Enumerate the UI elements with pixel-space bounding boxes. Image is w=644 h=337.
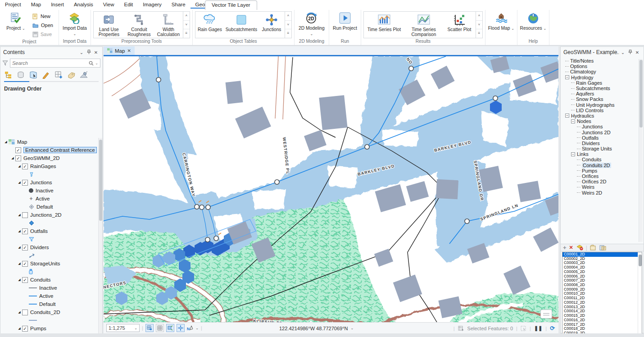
project-button[interactable]: Project ⌄ <box>2 10 29 32</box>
select-tool-icon[interactable] <box>521 326 526 331</box>
layer-row-default[interactable]: Default <box>0 203 98 211</box>
subcatchments-button[interactable]: Subcatchments <box>224 12 259 38</box>
layer-row-conduits[interactable]: ◢✓Conduits <box>0 276 98 284</box>
list-by-snapping-icon[interactable] <box>54 71 63 79</box>
layer-row-raingages[interactable]: ◢✓RainGages <box>0 162 98 170</box>
layer-row-symbol[interactable] <box>0 170 98 178</box>
crosshair-snap-icon[interactable] <box>177 324 185 332</box>
layer-checkbox[interactable]: ✓ <box>22 245 28 250</box>
conduits-2d-list[interactable]: C00001_2DC00002_2DC00003_2DC00004_2DC000… <box>562 252 642 337</box>
project-tree-item-pumps[interactable]: Pumps <box>562 168 639 173</box>
layer-checkbox[interactable]: ✓ <box>15 155 21 161</box>
menu-tab-map[interactable]: Map <box>26 0 46 9</box>
junctions-button[interactable]: Junctions <box>259 12 285 38</box>
layer-checkbox[interactable]: ✓ <box>22 164 28 169</box>
pin-icon[interactable] <box>85 50 92 55</box>
layer-checkbox[interactable]: ✓ <box>22 180 28 186</box>
remove-layer-icon[interactable] <box>576 245 583 250</box>
menu-tab-analysis[interactable]: Analysis <box>69 0 98 9</box>
add-object-icon[interactable]: + <box>563 244 567 251</box>
list-scrollbar[interactable] <box>638 252 642 337</box>
layer-checkbox[interactable]: ✓ <box>15 147 21 153</box>
layer-row-storageunits[interactable]: ◢✓StorageUnits <box>0 260 98 268</box>
project-tree-item-outfalls[interactable]: Outfalls <box>562 135 639 141</box>
project-tree-item-hydrology[interactable]: −Hydrology <box>562 75 639 80</box>
layer-row-symbol[interactable] <box>0 251 98 260</box>
2d-modeling-button[interactable]: 2D 2D Modeling ⌄ <box>297 10 327 37</box>
menu-tab-edit[interactable]: Edit <box>119 0 138 9</box>
project-tree-item-junctions[interactable]: Junctions <box>562 124 639 129</box>
map-snap-icon[interactable] <box>166 324 174 332</box>
grid-toggle-icon[interactable] <box>156 324 164 332</box>
project-tree-item-storage-units[interactable]: Storage Units <box>562 146 639 151</box>
results-gallery-arrows[interactable]: ˄˅≡ <box>476 12 482 38</box>
map-canvas[interactable]: CARRINGTON WAY WESTRIDGE PL BARKLEY BLVD… <box>104 56 558 322</box>
search-input[interactable] <box>12 60 89 66</box>
preprocessing-gallery-arrows[interactable]: ˄˅≡ <box>183 12 190 38</box>
filter-icon[interactable] <box>2 60 8 66</box>
project-tree-item-climatology[interactable]: Climatology <box>562 69 639 74</box>
layer-checkbox[interactable] <box>22 310 28 315</box>
layer-checkbox[interactable]: ✓ <box>22 228 28 234</box>
layer-row-active[interactable]: +Active <box>0 195 98 203</box>
menu-tab-project[interactable]: Project <box>0 0 26 9</box>
project-tree-item-orifices-2d[interactable]: Orifices 2D <box>562 179 639 184</box>
menu-tab-insert[interactable]: Insert <box>46 0 69 9</box>
layer-row-symbol[interactable] <box>0 316 98 324</box>
list-by-labeling-icon[interactable] <box>67 71 76 79</box>
project-tree-item-options[interactable]: Options <box>562 64 639 69</box>
time-series-comparison-button[interactable]: Time Series Comparison <box>404 12 443 38</box>
pin-icon[interactable] <box>626 50 634 55</box>
contextual-tab-vector-tile-layer[interactable]: Vector Tile Layer <box>205 0 257 10</box>
snapping-toggle-icon[interactable] <box>145 324 154 332</box>
new-button[interactable]: New <box>29 12 56 21</box>
layer-row-outfalls[interactable]: ◢✓Outfalls <box>0 227 98 235</box>
resources-button[interactable]: Resources ⌄ <box>520 10 547 32</box>
list-by-editing-icon[interactable] <box>42 71 50 79</box>
project-tree-item-links[interactable]: −Links <box>562 151 639 157</box>
list-by-drawing-order-icon[interactable] <box>4 71 13 79</box>
flood-map-button[interactable]: Flood Map ⌄ <box>488 10 515 32</box>
width-calculation-button[interactable]: Width Calculation <box>154 12 183 38</box>
project-tree-item-rain-gages[interactable]: Rain Gages <box>562 80 639 86</box>
layer-row-pumps[interactable]: ◢✓Pumps <box>0 324 98 332</box>
pane-menu-chevron-icon[interactable]: ⌄ <box>78 50 85 55</box>
layer-row-symbol[interactable] <box>0 219 98 227</box>
land-use-properties-button[interactable]: Land Use Properties <box>94 12 124 38</box>
project-tree-item-hydraulics[interactable]: −Hydraulics <box>562 113 639 118</box>
layer-row-active[interactable]: Active <box>0 292 98 300</box>
search-icon[interactable] <box>89 61 94 66</box>
scale-combobox[interactable]: 1:1,275 ⌄ <box>106 324 140 332</box>
close-pane-icon[interactable]: ✕ <box>634 50 641 55</box>
save-button[interactable]: Save <box>29 30 56 39</box>
object-tables-gallery-arrows[interactable]: ˄˅≡ <box>285 12 291 38</box>
layer-row-junctions-2d[interactable]: ◢Junctions_2D <box>0 211 98 219</box>
layer-row-symbol[interactable] <box>0 235 98 243</box>
layer-checkbox[interactable]: ✓ <box>22 261 28 267</box>
project-tree-item-junctions-2d[interactable]: Junctions 2D <box>562 129 639 135</box>
delete-object-icon[interactable]: ✕ <box>569 245 573 250</box>
coordinate-readout[interactable]: 122.4214986°W 48.7727069°N ⌄ <box>279 323 354 334</box>
contents-scrollbar[interactable] <box>98 138 102 337</box>
list-by-data-source-icon[interactable] <box>17 71 25 79</box>
rain-gages-button[interactable]: Rain Gages <box>195 12 224 38</box>
search-options-chevron[interactable]: ⌄ <box>95 61 98 65</box>
layer-row-inactive[interactable]: Inactive <box>0 284 98 292</box>
import-data-button[interactable]: Import Data ⌄ <box>61 10 88 37</box>
layer-checkbox[interactable]: ✓ <box>22 326 28 332</box>
layer-row-conduits-2d[interactable]: ◢Conduits_2D <box>0 308 98 316</box>
list-by-selection-icon[interactable] <box>29 71 38 79</box>
layer-row-inactive[interactable]: Inactive <box>0 187 98 195</box>
north-pointer-icon[interactable]: N <box>187 325 194 331</box>
time-series-plot-button[interactable]: Time Series Plot <box>364 12 404 38</box>
object-properties-icon[interactable] <box>599 245 606 250</box>
project-tree-item-conduits[interactable]: Conduits <box>562 157 639 162</box>
snapping-chevron[interactable]: ⌄ <box>195 326 199 330</box>
project-tree-item-weirs-2d[interactable]: Weirs 2D <box>562 190 639 196</box>
list-by-perspective-icon[interactable] <box>80 71 88 79</box>
menu-tab-imagery[interactable]: Imagery <box>138 0 167 9</box>
pane-menu-chevron-icon[interactable]: ⌄ <box>619 50 626 55</box>
project-tree-item-lid-controls[interactable]: LID Controls <box>562 108 639 113</box>
layer-row-junctions[interactable]: ◢✓Junctions <box>0 178 98 187</box>
menu-tab-share[interactable]: Share <box>167 0 190 9</box>
